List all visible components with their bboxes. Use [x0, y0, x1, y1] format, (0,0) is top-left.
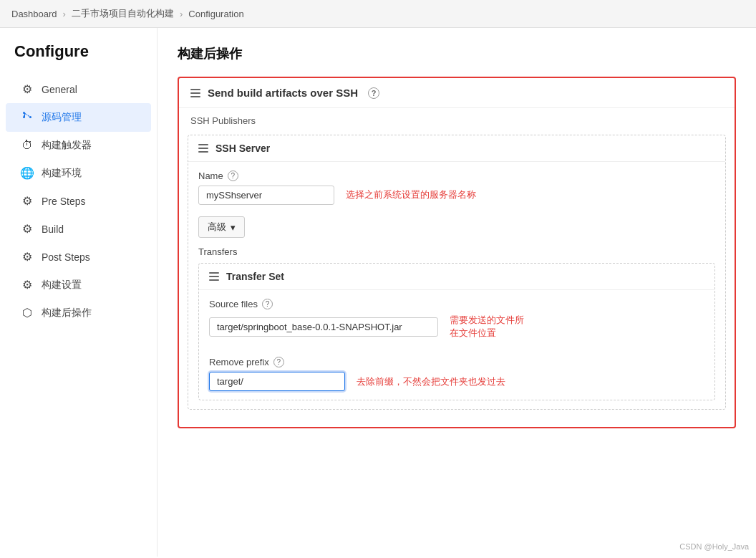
ssh-server-box: SSH Server Name ? 选择之前系统设置的服务器名称	[188, 135, 726, 410]
gear-icon-settings: ⚙	[20, 278, 34, 292]
gear-icon-post: ⚙	[20, 250, 34, 264]
sidebar-item-general[interactable]: ⚙ General	[6, 75, 151, 103]
name-input[interactable]	[198, 186, 334, 205]
gear-icon-build: ⚙	[20, 222, 34, 236]
sidebar-item-build-trigger[interactable]: ⏱ 构建触发器	[6, 132, 151, 159]
source-files-row: 需要发送的文件所 在文件位置	[209, 314, 704, 340]
transfer-set-box: Transfer Set Source files ? 需要发送的文件所 在文件…	[198, 263, 715, 400]
sidebar-item-label: 源码管理	[42, 111, 82, 124]
breadcrumb-dashboard[interactable]: Dashboard	[11, 9, 57, 19]
sidebar-item-label: General	[42, 84, 77, 95]
transfer-set-header: Transfer Set	[199, 264, 714, 290]
transfer-set-title: Transfer Set	[226, 271, 284, 282]
chevron-down-icon: ▾	[231, 222, 236, 233]
sidebar-item-label: Pre Steps	[42, 196, 85, 207]
ssh-publishers-label: SSH Publishers	[179, 108, 735, 135]
ssh-publishers-box: Send build artifacts over SSH ? SSH Publ…	[178, 77, 736, 428]
name-field-row: 选择之前系统设置的服务器名称	[198, 186, 715, 205]
transfer-set-drag-icon[interactable]	[209, 272, 219, 281]
ssh-server-header: SSH Server	[188, 135, 725, 162]
remove-prefix-annotation: 去除前缀，不然会把文件夹也发过去	[357, 375, 505, 388]
advanced-button[interactable]: 高级 ▾	[198, 216, 245, 238]
remove-prefix-row: 去除前缀，不然会把文件夹也发过去	[209, 372, 704, 391]
name-label: Name ?	[198, 170, 715, 181]
gear-icon-pre: ⚙	[20, 194, 34, 208]
ssh-publishers-title: Send build artifacts over SSH	[208, 87, 358, 99]
watermark: CSDN @Holy_Java	[679, 542, 749, 551]
globe-icon: 🌐	[20, 166, 34, 180]
remove-prefix-label: Remove prefix ?	[209, 357, 704, 367]
breadcrumb-sep-1: ›	[63, 9, 66, 19]
transfers-label: Transfers	[188, 244, 725, 263]
sidebar-item-build[interactable]: ⚙ Build	[6, 215, 151, 243]
drag-handle-icon[interactable]	[190, 89, 200, 97]
source-files-input[interactable]	[209, 317, 438, 337]
branch-icon	[20, 110, 34, 125]
ssh-server-title: SSH Server	[215, 143, 270, 154]
advanced-label: 高级	[208, 221, 226, 234]
sidebar-item-post-build[interactable]: ⬡ 构建后操作	[6, 299, 151, 327]
breadcrumb-sep-2: ›	[180, 9, 183, 19]
remove-prefix-input[interactable]	[209, 372, 345, 391]
content-title: 构建后操作	[178, 45, 736, 62]
sidebar-item-label: 构建触发器	[42, 139, 92, 152]
breadcrumb-config[interactable]: Configuration	[188, 9, 243, 19]
sidebar-item-build-settings[interactable]: ⚙ 构建设置	[6, 271, 151, 299]
sidebar-item-source-mgmt[interactable]: 源码管理	[6, 103, 151, 132]
sidebar-item-label: 构建后操作	[42, 307, 92, 319]
sidebar-item-pre-steps[interactable]: ⚙ Pre Steps	[6, 187, 151, 215]
name-field-group: Name ? 选择之前系统设置的服务器名称	[188, 162, 725, 213]
hexagon-icon: ⬡	[20, 306, 34, 319]
sidebar-item-post-steps[interactable]: ⚙ Post Steps	[6, 243, 151, 271]
source-files-help-icon[interactable]: ?	[262, 299, 273, 309]
source-files-annotation: 需要发送的文件所 在文件位置	[450, 314, 524, 340]
content-area: 构建后操作 Send build artifacts over SSH ? SS…	[158, 28, 756, 557]
main-layout: Configure ⚙ General 源码管理 ⏱ 构建触发器 🌐 构建环境 …	[0, 28, 756, 557]
source-files-field-group: Source files ? 需要发送的文件所 在文件位置	[199, 290, 714, 348]
sidebar-item-build-env[interactable]: 🌐 构建环境	[6, 159, 151, 187]
breadcrumb: Dashboard › 二手市场项目自动化构建 › Configuration	[0, 0, 756, 28]
sidebar-item-label: 构建设置	[42, 279, 82, 292]
remove-prefix-field-group: Remove prefix ? 去除前缀，不然会把文件夹也发过去	[199, 348, 714, 400]
sidebar-item-label: Post Steps	[42, 251, 90, 263]
name-help-icon[interactable]: ?	[228, 170, 238, 181]
ssh-publishers-help-icon[interactable]: ?	[368, 87, 379, 99]
sidebar-title: Configure	[0, 42, 157, 75]
breadcrumb-project[interactable]: 二手市场项目自动化构建	[72, 7, 174, 20]
name-annotation: 选择之前系统设置的服务器名称	[346, 188, 476, 201]
gear-icon: ⚙	[20, 82, 34, 96]
remove-prefix-help-icon[interactable]: ?	[273, 357, 284, 367]
sidebar-item-label: Build	[42, 223, 64, 235]
source-files-label: Source files ?	[209, 299, 704, 309]
ssh-publishers-header: Send build artifacts over SSH ?	[179, 78, 735, 108]
ssh-server-drag-icon[interactable]	[198, 144, 208, 153]
clock-icon: ⏱	[20, 139, 34, 152]
sidebar: Configure ⚙ General 源码管理 ⏱ 构建触发器 🌐 构建环境 …	[0, 28, 158, 557]
sidebar-item-label: 构建环境	[42, 167, 82, 180]
